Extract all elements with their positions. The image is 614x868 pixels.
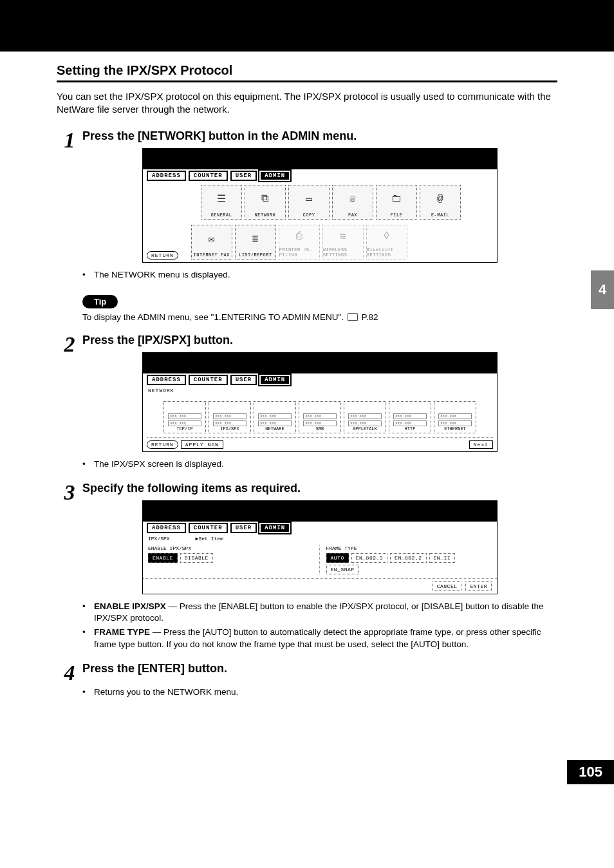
btn-apply-now[interactable]: APPLY NOW [181,440,223,449]
screenshot-admin-menu: ADDRESS COUNTER USER ADMIN ☰GENERAL ⧉NET… [142,148,498,263]
btn-appletalk[interactable]: XXX.XXXXXX.XXX.APPLETALK [344,401,386,433]
step-2-note: The IPX/SPX screen is displayed. [94,458,557,470]
bullet-icon: • [82,601,94,624]
btn-enable[interactable]: ENABLE [148,553,178,563]
btn-netware[interactable]: XXX.XXXXXX.XXX.NETWARE [254,401,296,433]
step-1-note: The NETWORK menu is displayed. [94,269,557,281]
heading-rule [57,80,557,82]
bullet-icon: • [82,458,94,470]
btn-cancel[interactable]: CANCEL [433,581,462,591]
breadcrumb-ipxspx: IPX/SPX [148,536,170,542]
btn-ipxspx[interactable]: XXX.XXXXXX.XXX.IPX/SPX [209,401,251,433]
btn-list-report[interactable]: ≣LIST/REPORT [235,225,276,259]
btn-frame-enii[interactable]: EN_II [429,553,456,563]
tip-text: To display the ADMIN menu, see "1.ENTERI… [82,312,557,322]
step-2-title: Press the [IPX/SPX] button. [82,334,557,347]
btn-return[interactable]: RETURN [147,251,178,259]
frame-type-label: FRAME TYPE [326,545,492,551]
tab-admin[interactable]: ADMIN [259,523,290,533]
bullet-icon: • [82,269,94,281]
set-item-indicator: ▶Set Item [196,536,223,542]
btn-frame-ensnap[interactable]: EN_SNAP [326,565,359,574]
btn-tcpip[interactable]: XXX.XXXXXX.XXX.TCP/IP [163,401,206,433]
btn-ethernet[interactable]: XXX.XXXXXX.XXX.ETHERNET [434,401,476,433]
tab-admin[interactable]: ADMIN [259,375,290,385]
screenshot-network-menu: ADDRESS COUNTER USER ADMIN NETWORK XXX.X… [142,352,498,452]
tab-counter[interactable]: COUNTER [189,171,228,181]
step-number-1: 1 [57,129,82,151]
btn-file[interactable]: 🗀FILE [376,185,417,220]
section-heading: Setting the IPX/SPX Protocol [57,63,557,78]
btn-general[interactable]: ☰GENERAL [201,185,242,220]
step-number-4: 4 [57,662,82,684]
btn-printer-efiling[interactable]: ⎙PRINTER /E-FILING [279,225,320,259]
step-number-2: 2 [57,334,82,355]
btn-internet-fax[interactable]: ✉INTERNET FAX [191,225,232,259]
chapter-tab: 4 [591,270,614,309]
btn-disable[interactable]: DISABLE [180,553,213,563]
step-1-title: Press the [NETWORK] button in the ADMIN … [82,129,557,143]
btn-frame-auto[interactable]: AUTO [326,553,349,563]
btn-smb[interactable]: XXX.XXXXXX.XXX.SMB [299,401,341,433]
step-4-title: Press the [ENTER] button. [82,662,557,675]
tip-badge: Tip [82,295,118,308]
tab-counter[interactable]: COUNTER [189,375,228,385]
btn-network[interactable]: ⧉NETWORK [245,185,286,220]
top-black-margin [0,0,614,52]
btn-http[interactable]: XXX.XXXXXX.XXX.HTTP [389,401,431,433]
step-3-title: Specify the following items as required. [82,482,557,495]
btn-wireless-settings[interactable]: ≋WIRELESS SETTINGS [322,225,364,259]
bullet-icon: • [82,686,94,698]
tab-address[interactable]: ADDRESS [147,523,186,533]
tab-address[interactable]: ADDRESS [147,375,186,385]
btn-next[interactable]: Next [469,440,493,449]
step-3-bullet-2: FRAME TYPE — Press the [AUTO] button to … [94,627,557,650]
tab-address[interactable]: ADDRESS [147,171,186,181]
enable-ipxspx-label: ENABLE IPX/SPX [148,545,314,551]
tab-admin[interactable]: ADMIN [259,171,290,181]
btn-frame-en8022[interactable]: EN_802.2 [390,553,426,563]
tab-counter[interactable]: COUNTER [189,523,228,533]
btn-fax[interactable]: ☏FAX [332,185,373,220]
btn-frame-en8023[interactable]: EN_802.3 [351,553,387,563]
btn-bluetooth-settings[interactable]: ◊Bluetooth SETTINGS [366,225,407,259]
btn-return[interactable]: RETURN [147,440,178,449]
breadcrumb-network: NETWORK [143,386,497,395]
book-icon [348,313,358,321]
intro-paragraph: You can set the IPX/SPX protocol on this… [57,90,557,117]
btn-enter[interactable]: ENTER [465,581,492,591]
btn-email[interactable]: @E-MAIL [420,185,461,220]
bullet-icon: • [82,627,94,650]
btn-copy[interactable]: ▭COPY [288,185,330,220]
step-number-3: 3 [57,482,82,504]
screenshot-ipxspx-settings: ADDRESS COUNTER USER ADMIN IPX/SPX ▶Set … [142,500,498,594]
tab-user[interactable]: USER [230,523,257,533]
page-number: 105 [567,760,614,784]
step-3-bullet-1: ENABLE IPX/SPX — Press the [ENABLE] butt… [94,601,557,624]
step-4-note: Returns you to the NETWORK menu. [94,686,557,698]
tab-user[interactable]: USER [230,171,257,181]
tab-user[interactable]: USER [230,375,257,385]
